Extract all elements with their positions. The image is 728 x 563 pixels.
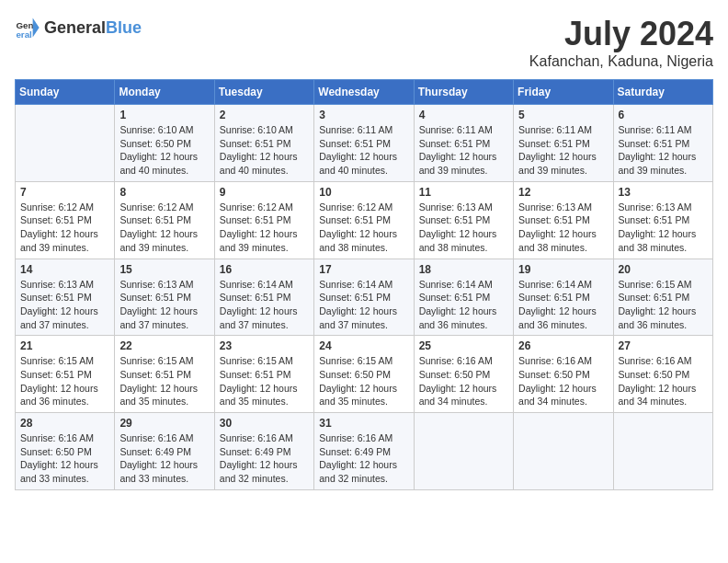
- day-number: 1: [119, 109, 209, 121]
- calendar-header-row: Sunday Monday Tuesday Wednesday Thursday…: [16, 80, 713, 105]
- day-number: 31: [319, 417, 408, 430]
- day-number: 23: [220, 339, 309, 352]
- table-row: 25Sunrise: 6:16 AM Sunset: 6:50 PM Dayli…: [414, 336, 513, 413]
- day-number: 7: [20, 186, 109, 199]
- day-number: 10: [319, 186, 408, 199]
- day-number: 29: [119, 417, 209, 430]
- day-info: Sunrise: 6:15 AM Sunset: 6:51 PM Dayligh…: [119, 354, 209, 408]
- day-info: Sunrise: 6:15 AM Sunset: 6:51 PM Dayligh…: [619, 278, 708, 332]
- day-number: 19: [518, 263, 608, 276]
- day-info: Sunrise: 6:12 AM Sunset: 6:51 PM Dayligh…: [20, 201, 109, 255]
- calendar-week-row: 21Sunrise: 6:15 AM Sunset: 6:51 PM Dayli…: [16, 336, 713, 413]
- day-number: 9: [220, 186, 309, 199]
- header-wednesday: Wednesday: [314, 80, 414, 105]
- day-info: Sunrise: 6:16 AM Sunset: 6:50 PM Dayligh…: [518, 354, 608, 408]
- day-info: Sunrise: 6:10 AM Sunset: 6:51 PM Dayligh…: [220, 123, 309, 178]
- table-row: 19Sunrise: 6:14 AM Sunset: 6:51 PM Dayli…: [514, 259, 613, 336]
- day-info: Sunrise: 6:16 AM Sunset: 6:49 PM Dayligh…: [220, 431, 309, 486]
- table-row: 20Sunrise: 6:15 AM Sunset: 6:51 PM Dayli…: [613, 259, 712, 336]
- table-row: 6Sunrise: 6:11 AM Sunset: 6:51 PM Daylig…: [613, 105, 712, 182]
- table-row: 10Sunrise: 6:12 AM Sunset: 6:51 PM Dayli…: [314, 181, 414, 259]
- table-row: 23Sunrise: 6:15 AM Sunset: 6:51 PM Dayli…: [214, 336, 313, 413]
- table-row: 13Sunrise: 6:13 AM Sunset: 6:51 PM Dayli…: [613, 181, 712, 259]
- day-number: 21: [20, 339, 109, 352]
- day-info: Sunrise: 6:11 AM Sunset: 6:51 PM Dayligh…: [619, 123, 708, 178]
- day-info: Sunrise: 6:13 AM Sunset: 6:51 PM Dayligh…: [619, 201, 708, 255]
- day-number: 20: [619, 263, 708, 276]
- table-row: 7Sunrise: 6:12 AM Sunset: 6:51 PM Daylig…: [16, 181, 115, 259]
- calendar-table: Sunday Monday Tuesday Wednesday Thursday…: [15, 79, 713, 490]
- table-row: 1Sunrise: 6:10 AM Sunset: 6:50 PM Daylig…: [115, 105, 214, 182]
- day-number: 16: [220, 263, 309, 276]
- table-row: 3Sunrise: 6:11 AM Sunset: 6:51 PM Daylig…: [314, 105, 414, 182]
- day-number: 12: [518, 186, 608, 199]
- title-block: July 2024 Kafanchan, Kaduna, Nigeria: [529, 15, 713, 70]
- table-row: [613, 413, 712, 490]
- day-info: Sunrise: 6:14 AM Sunset: 6:51 PM Dayligh…: [518, 278, 608, 332]
- day-number: 28: [20, 417, 109, 430]
- day-number: 25: [419, 339, 508, 352]
- table-row: [514, 413, 613, 490]
- day-info: Sunrise: 6:16 AM Sunset: 6:50 PM Dayligh…: [419, 354, 508, 408]
- table-row: [16, 105, 115, 182]
- page-header: Gen eral GeneralBlue July 2024 Kafanchan…: [15, 15, 713, 70]
- day-number: 2: [220, 109, 309, 121]
- table-row: 2Sunrise: 6:10 AM Sunset: 6:51 PM Daylig…: [214, 105, 313, 182]
- table-row: 5Sunrise: 6:11 AM Sunset: 6:51 PM Daylig…: [514, 105, 613, 182]
- logo-icon: Gen eral: [15, 15, 40, 40]
- day-info: Sunrise: 6:16 AM Sunset: 6:49 PM Dayligh…: [119, 431, 209, 486]
- day-info: Sunrise: 6:13 AM Sunset: 6:51 PM Dayligh…: [20, 278, 109, 332]
- day-number: 11: [419, 186, 508, 199]
- day-info: Sunrise: 6:15 AM Sunset: 6:51 PM Dayligh…: [20, 354, 109, 408]
- svg-text:eral: eral: [16, 29, 32, 40]
- day-number: 6: [619, 109, 708, 121]
- table-row: 12Sunrise: 6:13 AM Sunset: 6:51 PM Dayli…: [514, 181, 613, 259]
- day-info: Sunrise: 6:12 AM Sunset: 6:51 PM Dayligh…: [119, 201, 209, 255]
- day-info: Sunrise: 6:12 AM Sunset: 6:51 PM Dayligh…: [220, 201, 309, 255]
- day-number: 3: [319, 109, 408, 121]
- table-row: 22Sunrise: 6:15 AM Sunset: 6:51 PM Dayli…: [115, 336, 214, 413]
- calendar-week-row: 14Sunrise: 6:13 AM Sunset: 6:51 PM Dayli…: [16, 259, 713, 336]
- table-row: 24Sunrise: 6:15 AM Sunset: 6:50 PM Dayli…: [314, 336, 414, 413]
- day-number: 26: [518, 339, 608, 352]
- day-info: Sunrise: 6:15 AM Sunset: 6:50 PM Dayligh…: [319, 354, 408, 408]
- day-info: Sunrise: 6:13 AM Sunset: 6:51 PM Dayligh…: [419, 201, 508, 255]
- header-tuesday: Tuesday: [214, 80, 313, 105]
- table-row: 29Sunrise: 6:16 AM Sunset: 6:49 PM Dayli…: [115, 413, 214, 490]
- day-info: Sunrise: 6:15 AM Sunset: 6:51 PM Dayligh…: [220, 354, 309, 408]
- table-row: 15Sunrise: 6:13 AM Sunset: 6:51 PM Dayli…: [115, 259, 214, 336]
- day-info: Sunrise: 6:14 AM Sunset: 6:51 PM Dayligh…: [319, 278, 408, 332]
- table-row: 31Sunrise: 6:16 AM Sunset: 6:49 PM Dayli…: [314, 413, 414, 490]
- logo: Gen eral GeneralBlue: [15, 15, 142, 40]
- day-info: Sunrise: 6:13 AM Sunset: 6:51 PM Dayligh…: [119, 278, 209, 332]
- day-info: Sunrise: 6:12 AM Sunset: 6:51 PM Dayligh…: [319, 201, 408, 255]
- table-row: 26Sunrise: 6:16 AM Sunset: 6:50 PM Dayli…: [514, 336, 613, 413]
- header-friday: Friday: [514, 80, 613, 105]
- day-number: 30: [220, 417, 309, 430]
- day-number: 24: [319, 339, 408, 352]
- day-info: Sunrise: 6:11 AM Sunset: 6:51 PM Dayligh…: [419, 123, 508, 178]
- table-row: 21Sunrise: 6:15 AM Sunset: 6:51 PM Dayli…: [16, 336, 115, 413]
- subtitle: Kafanchan, Kaduna, Nigeria: [529, 53, 713, 70]
- day-info: Sunrise: 6:16 AM Sunset: 6:49 PM Dayligh…: [319, 431, 408, 486]
- day-number: 8: [119, 186, 209, 199]
- header-saturday: Saturday: [613, 80, 712, 105]
- header-sunday: Sunday: [16, 80, 115, 105]
- table-row: 30Sunrise: 6:16 AM Sunset: 6:49 PM Dayli…: [214, 413, 313, 490]
- day-number: 27: [619, 339, 708, 352]
- table-row: 17Sunrise: 6:14 AM Sunset: 6:51 PM Dayli…: [314, 259, 414, 336]
- day-info: Sunrise: 6:11 AM Sunset: 6:51 PM Dayligh…: [319, 123, 408, 178]
- day-number: 14: [20, 263, 109, 276]
- day-number: 13: [619, 186, 708, 199]
- table-row: 16Sunrise: 6:14 AM Sunset: 6:51 PM Dayli…: [214, 259, 313, 336]
- logo-general: General: [44, 18, 106, 37]
- table-row: 18Sunrise: 6:14 AM Sunset: 6:51 PM Dayli…: [414, 259, 513, 336]
- table-row: 8Sunrise: 6:12 AM Sunset: 6:51 PM Daylig…: [115, 181, 214, 259]
- table-row: [414, 413, 513, 490]
- day-number: 15: [119, 263, 209, 276]
- day-info: Sunrise: 6:16 AM Sunset: 6:50 PM Dayligh…: [20, 431, 109, 486]
- day-info: Sunrise: 6:14 AM Sunset: 6:51 PM Dayligh…: [220, 278, 309, 332]
- calendar-week-row: 28Sunrise: 6:16 AM Sunset: 6:50 PM Dayli…: [16, 413, 713, 490]
- day-info: Sunrise: 6:11 AM Sunset: 6:51 PM Dayligh…: [518, 123, 608, 178]
- table-row: 9Sunrise: 6:12 AM Sunset: 6:51 PM Daylig…: [214, 181, 313, 259]
